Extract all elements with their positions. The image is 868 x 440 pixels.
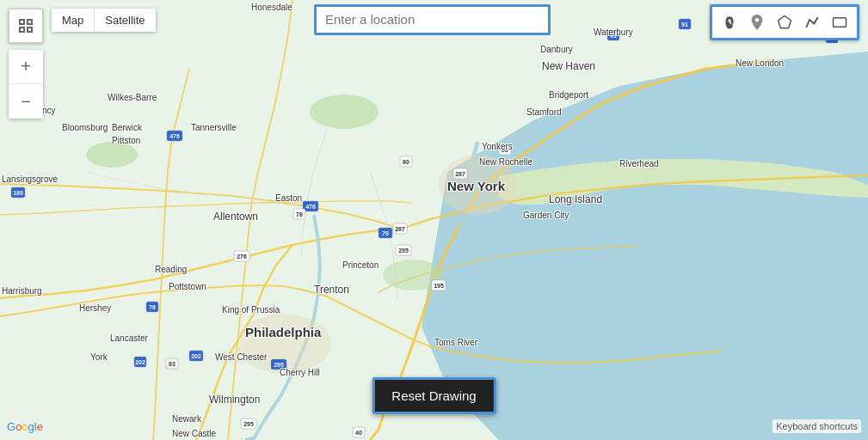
- top-left-controls: + −: [9, 9, 43, 119]
- svg-text:202: 202: [135, 359, 145, 365]
- svg-point-2: [86, 142, 138, 168]
- svg-text:276: 276: [237, 254, 247, 260]
- fullscreen-button[interactable]: [9, 9, 43, 43]
- svg-rect-56: [834, 18, 846, 28]
- svg-text:78: 78: [382, 230, 389, 236]
- svg-text:40: 40: [355, 430, 362, 436]
- svg-text:202: 202: [191, 353, 201, 359]
- svg-text:295: 295: [243, 421, 254, 427]
- svg-marker-55: [779, 16, 791, 28]
- location-input[interactable]: [325, 12, 539, 27]
- map-type-satellite-button[interactable]: Satellite: [95, 9, 155, 32]
- svg-text:295: 295: [398, 248, 409, 254]
- svg-point-54: [755, 18, 760, 22]
- svg-text:83: 83: [169, 361, 175, 367]
- reset-drawing-button[interactable]: Reset Drawing: [372, 377, 496, 414]
- svg-text:80: 80: [502, 147, 508, 153]
- svg-text:195: 195: [434, 283, 444, 289]
- svg-point-1: [310, 95, 379, 129]
- svg-point-4: [439, 155, 516, 215]
- map-type-control: Map Satellite: [52, 9, 156, 32]
- svg-text:78: 78: [296, 211, 303, 217]
- zoom-controls: + −: [9, 50, 43, 119]
- svg-text:80: 80: [403, 159, 409, 165]
- google-logo: Google: [7, 420, 43, 433]
- drawing-tools: [710, 4, 859, 40]
- svg-text:295: 295: [274, 362, 284, 368]
- zoom-out-button[interactable]: −: [9, 84, 43, 119]
- svg-text:76: 76: [149, 304, 156, 310]
- hand-tool-button[interactable]: [717, 10, 742, 34]
- svg-text:91: 91: [681, 21, 688, 28]
- zoom-in-button[interactable]: +: [9, 50, 43, 84]
- svg-text:180: 180: [13, 190, 23, 196]
- marker-tool-button[interactable]: [745, 10, 769, 34]
- map-type-map-button[interactable]: Map: [52, 9, 95, 32]
- polyline-tool-button[interactable]: [800, 10, 824, 34]
- svg-rect-50: [20, 20, 24, 24]
- svg-rect-53: [28, 28, 32, 32]
- svg-text:287: 287: [455, 171, 465, 177]
- map-container: 195 295 78 476 295 83 180 476 78 80 287 …: [0, 0, 868, 440]
- svg-rect-52: [20, 28, 24, 32]
- svg-text:476: 476: [305, 204, 316, 210]
- polygon-tool-button[interactable]: [773, 10, 797, 34]
- location-search-box: [314, 4, 551, 35]
- keyboard-shortcuts[interactable]: Keyboard shortcuts: [773, 419, 861, 433]
- svg-text:287: 287: [395, 226, 405, 232]
- svg-text:91: 91: [610, 33, 617, 39]
- svg-rect-51: [28, 20, 32, 24]
- svg-text:476: 476: [169, 133, 180, 139]
- rectangle-tool-button[interactable]: [828, 10, 852, 34]
